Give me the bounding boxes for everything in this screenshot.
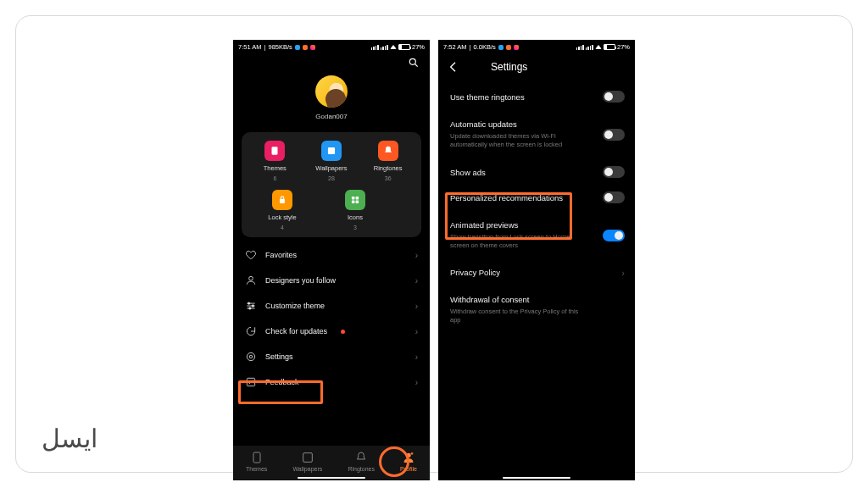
person-icon [245,274,257,286]
gesture-bar [298,477,365,480]
status-icon-c [514,45,519,50]
sliders-icon [245,300,257,312]
nav-ringtones[interactable]: Ringtones [348,451,375,472]
status-time: 7:52 AM [443,43,467,51]
tile-wallpapers[interactable]: Wallpapers 28 [308,141,355,181]
wallpapers-nav-icon [301,451,314,464]
svg-rect-20 [253,452,260,463]
nav-themes[interactable]: Themes [246,451,267,472]
phone-right: 7:52 AM | 0.0KB/s 27% Settings [438,40,635,480]
row-show-ads[interactable]: Show ads [438,158,635,186]
status-time: 7:51 AM [238,43,262,51]
chevron-right-icon: › [415,378,418,387]
page-title: Settings [491,61,527,73]
back-icon[interactable] [447,60,460,74]
tile-ringtones[interactable]: Ringtones 36 [364,141,412,181]
menu-updates[interactable]: Check for updates › [233,319,430,344]
toggle-personalized-recommendations[interactable] [603,191,625,203]
signal-icon [371,45,379,50]
signal-icon-2 [586,45,593,50]
toggle-theme-ringtones[interactable] [603,91,625,103]
svg-point-23 [411,452,414,455]
menu-designers[interactable]: Designers you follow › [233,268,430,293]
status-net: 0.0KB/s [473,43,495,51]
svg-rect-3 [328,147,335,154]
svg-point-13 [248,302,250,304]
row-personalized-recommendations[interactable]: Personalized recommendations [438,186,635,212]
phone-pair: 7:51 AM | 985KB/s 27% [233,40,635,480]
nav-wallpapers[interactable]: Wallpapers [293,451,323,472]
menu-list: Favorites › Designers you follow › Custo… [233,242,430,395]
svg-point-22 [406,453,410,458]
username: Godan007 [315,113,347,120]
svg-point-9 [249,276,253,280]
chevron-right-icon: › [415,302,418,311]
svg-rect-7 [352,201,355,204]
svg-point-16 [249,355,253,358]
outer-frame: 7:51 AM | 985KB/s 27% [15,15,853,473]
menu-settings[interactable]: Settings › [233,344,430,369]
svg-line-19 [249,380,253,385]
battery-icon [604,44,615,50]
signal-icon-2 [381,45,388,50]
row-animated-previews[interactable]: Animated previewsShow transition from Lo… [438,212,635,258]
menu-feedback[interactable]: Feedback › [233,369,430,395]
wifi-icon [595,45,602,49]
row-withdrawal-consent[interactable]: Withdrawal of consentWithdraw consent to… [438,286,635,333]
status-bar: 7:51 AM | 985KB/s 27% [233,40,430,53]
brand-logo: ایسل [42,424,97,453]
svg-rect-4 [280,199,285,203]
svg-line-1 [415,64,418,67]
toggle-animated-previews[interactable] [603,230,625,241]
toggle-show-ads[interactable] [603,166,625,178]
ringtones-nav-icon [354,451,368,464]
menu-customize[interactable]: Customize theme › [233,293,430,319]
battery-icon [398,44,410,50]
chevron-right-icon: › [415,327,418,336]
edit-icon [245,376,257,388]
menu-favorites[interactable]: Favorites › [233,242,430,268]
row-privacy-policy[interactable]: Privacy Policy › [438,259,635,286]
tile-icons[interactable]: Icons 3 [331,190,379,230]
settings-header: Settings [438,53,635,82]
status-icon-a [295,45,300,50]
status-batt: 27% [412,43,425,51]
chevron-right-icon: › [415,276,418,286]
status-bar: 7:52 AM | 0.0KB/s 27% [438,40,635,53]
profile-nav-icon [402,451,415,464]
svg-point-0 [409,58,415,64]
update-badge [341,330,345,334]
chevron-right-icon: › [415,251,418,260]
toggle-automatic-updates[interactable] [603,129,625,141]
tile-themes[interactable]: Themes 6 [251,141,298,181]
tiles-card: Themes 6 Wallpapers 28 Ringtones 36 [242,132,421,237]
svg-rect-21 [303,453,313,463]
status-icon-c [310,45,315,50]
status-net: 985KB/s [268,43,292,51]
nav-profile[interactable]: Profile [400,451,417,472]
gesture-bar [503,477,570,480]
avatar[interactable] [315,75,348,108]
svg-rect-2 [272,147,278,154]
profile-section: Godan007 [233,70,430,127]
status-icon-a [498,45,504,50]
row-theme-ringtones[interactable]: Use theme ringtones [438,82,635,111]
chevron-right-icon: › [621,268,625,278]
status-icon-b [506,45,511,50]
status-batt: 27% [617,43,630,51]
phone-left: 7:51 AM | 985KB/s 27% [233,40,430,480]
wifi-icon [390,45,397,49]
chevron-right-icon: › [415,352,418,362]
tile-lock-style[interactable]: Lock style 4 [259,190,306,230]
refresh-icon [245,325,257,337]
gear-icon [245,351,257,363]
svg-point-15 [249,308,251,309]
svg-rect-8 [356,201,359,204]
signal-icon [576,45,584,50]
bottom-nav: Themes Wallpapers Ringtones Profile [233,446,430,480]
row-automatic-updates[interactable]: Automatic updatesUpdate downloaded theme… [438,111,635,158]
heart-icon [245,249,257,261]
status-icon-b [303,45,308,50]
svg-rect-5 [352,197,355,200]
search-icon[interactable] [408,57,420,69]
